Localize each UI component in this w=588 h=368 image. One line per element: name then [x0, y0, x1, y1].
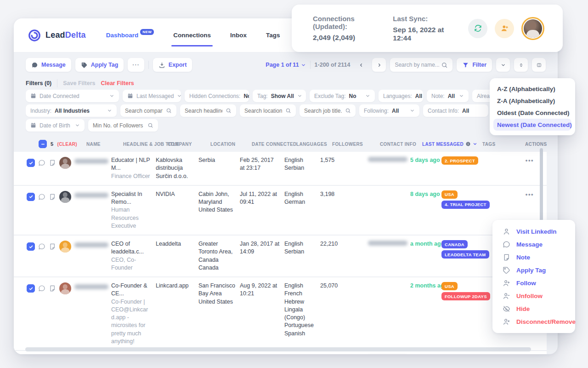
nav-item-connections[interactable]: Connections [173, 18, 211, 52]
user-avatar[interactable] [521, 17, 544, 40]
filter-chip-exclude-tag[interactable]: Exclude Tag:No [310, 90, 375, 102]
filter-search-input[interactable] [93, 122, 144, 129]
note-icon[interactable] [49, 193, 56, 201]
cell-headline: Specialist In Remo...Human Resources Exe… [111, 190, 156, 230]
chat-icon[interactable] [38, 159, 45, 167]
context-menu-disconnect-remove[interactable]: Disconnect/Remove [492, 315, 575, 328]
table-row[interactable]: Specialist In Remo...Human Resources Exe… [14, 185, 547, 235]
col-header-name[interactable]: NAME [86, 142, 123, 147]
export-button[interactable]: Export [153, 58, 192, 72]
next-page-button[interactable] [372, 58, 386, 72]
filter-chip-hidden-connections[interactable]: Hidden Connections:No [185, 90, 249, 102]
nav-item-tags[interactable]: Tags [266, 18, 280, 52]
more-actions-button[interactable]: ··· [128, 58, 144, 72]
refresh-button[interactable] [468, 19, 487, 38]
chat-icon[interactable] [38, 193, 45, 201]
filter-search-input[interactable] [185, 108, 222, 114]
clear-selection-button[interactable]: (CLEAR) [57, 142, 77, 147]
col-header-tags[interactable]: TAGS [482, 142, 495, 147]
row-checkbox[interactable] [27, 193, 35, 201]
chevron-down-icon [410, 108, 415, 113]
sort-option-3[interactable]: Newest (Date Connected) [493, 119, 571, 131]
columns-button[interactable] [532, 58, 546, 72]
person-plus-icon [503, 279, 510, 287]
nav-item-inbox[interactable]: Inbox [230, 18, 247, 52]
select-all-checkbox[interactable] [39, 140, 47, 148]
filter-search-input[interactable] [244, 108, 282, 114]
filter-search-1[interactable] [120, 104, 176, 117]
row-checkbox[interactable] [27, 242, 35, 251]
selection-header: 5 (CLEAR) [39, 140, 86, 148]
row-context-menu: Visit LinkedInMessageNoteApply TagFollow… [492, 220, 575, 333]
filter-search-2[interactable] [180, 104, 236, 117]
context-menu-apply-tag[interactable]: Apply Tag [492, 264, 575, 276]
filter-row-3: Date of Birth [26, 119, 546, 132]
note-icon[interactable] [49, 285, 56, 292]
filter-chip-languages[interactable]: Languages:All [379, 90, 423, 102]
context-menu-hide[interactable]: Hide [492, 302, 575, 315]
row-controls [27, 156, 74, 169]
filter-row-1: Date ConnectedLast MessagedHidden Connec… [26, 90, 546, 102]
filter-chip-following[interactable]: Following:All [359, 104, 419, 117]
search-input[interactable] [395, 62, 439, 68]
name-search [390, 58, 452, 72]
col-header-last-messaged[interactable]: LAST MESSAGED [422, 141, 477, 147]
context-menu-follow[interactable]: Follow [492, 276, 575, 289]
col-header-company[interactable]: COMPANY [168, 142, 210, 147]
col-header-headline[interactable]: HEADLINE & JOB TITLE [123, 142, 168, 147]
cell-location: Serbia [198, 156, 240, 164]
note-icon[interactable] [49, 159, 56, 167]
cell-location: San Francisco Bay Area United States [198, 282, 240, 306]
col-header-languages[interactable]: LANGUAGES [296, 142, 332, 147]
row-controls [27, 282, 74, 294]
context-menu-visit-linkedin[interactable]: Visit LinkedIn [492, 225, 575, 238]
context-menu-message[interactable]: Message [492, 238, 575, 251]
add-connection-button[interactable] [495, 19, 514, 38]
filter-search-input[interactable] [304, 108, 342, 114]
filter-button[interactable]: Filter [457, 58, 492, 72]
row-checkbox[interactable] [27, 159, 35, 167]
horizontal-scrollbar[interactable] [25, 347, 531, 351]
filter-chip-last-messaged[interactable]: Last Messaged [123, 90, 181, 102]
message-button[interactable]: Message [26, 58, 71, 72]
row-checkbox[interactable] [27, 284, 35, 293]
chevron-down-icon [177, 93, 181, 98]
filter-search-1[interactable] [88, 119, 158, 132]
save-filters-button[interactable]: Save Filters [63, 80, 95, 86]
filter-chip-date-connected[interactable]: Date Connected [26, 90, 119, 102]
leaddelta-logo[interactable]: LeadDelta [28, 29, 86, 42]
filter-chip-note[interactable]: Note:All [427, 90, 469, 102]
col-header-contact-info[interactable]: CONTACT INFO [380, 142, 422, 147]
filter-chip-contact-info[interactable]: Contact Info:All [423, 104, 488, 117]
filter-chip-industry[interactable]: Industry:All Industries [26, 104, 117, 117]
chat-icon[interactable] [38, 243, 45, 250]
sort-option-2[interactable]: Oldest (Date Connected) [493, 107, 571, 119]
prev-page-button[interactable] [354, 58, 368, 72]
nav-item-dashboard[interactable]: DashboardNEW [106, 18, 154, 52]
page-selector[interactable]: Page 1 of 11 [266, 62, 305, 68]
toolbar: Message Apply Tag ··· Export Page 1 of 1… [26, 58, 546, 72]
sort-button[interactable] [514, 58, 528, 72]
filter-expand-button[interactable] [496, 58, 510, 72]
filter-search-input[interactable] [125, 108, 163, 114]
sort-option-1[interactable]: Z-A (Alphabetically) [493, 95, 571, 107]
brand-name: LeadDelta [45, 30, 86, 40]
col-header-location[interactable]: LOCATION [210, 142, 252, 147]
cell-company: Kablovska distribucija Surčin d.o.o. [156, 156, 198, 180]
apply-tag-button[interactable]: Apply Tag [75, 58, 124, 72]
table-row[interactable]: Co-Founder & CE...Co-Founder | CEO@Linkc… [14, 276, 547, 350]
filter-search-4[interactable] [300, 104, 356, 117]
sort-option-0[interactable]: A-Z (Alphabetically) [493, 83, 571, 95]
table-row[interactable]: CEO of leaddelta.c...CEO, Co-Founder Lea… [14, 235, 547, 276]
col-header-followers[interactable]: FOLLOWERS [332, 142, 380, 147]
filter-search-3[interactable] [240, 104, 296, 117]
note-icon[interactable] [49, 243, 56, 250]
chat-icon[interactable] [38, 285, 45, 292]
col-header-date-connected[interactable]: DATE CONNECTED [252, 142, 296, 147]
context-menu-note[interactable]: Note [492, 251, 575, 264]
filter-chip-date-of-birth[interactable]: Date of Birth [26, 119, 85, 132]
filter-chip-tag[interactable]: Tag:Show All [253, 90, 306, 102]
clear-filters-button[interactable]: Clear Filters [101, 80, 134, 86]
context-menu-unfollow[interactable]: Unfollow [492, 289, 575, 302]
table-row[interactable]: Educator | NLP M...Finance Officer Kablo… [14, 152, 547, 185]
